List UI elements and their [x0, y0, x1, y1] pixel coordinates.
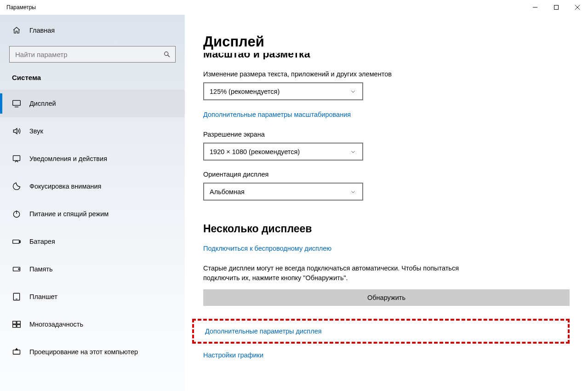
minimize-button[interactable] — [525, 0, 546, 15]
resolution-dropdown[interactable]: 1920 × 1080 (рекомендуется) — [203, 143, 363, 161]
storage-icon — [12, 264, 21, 274]
sidebar-item-label: Фокусировка внимания — [29, 183, 101, 190]
sidebar-item-battery[interactable]: Батарея — [0, 228, 185, 255]
section-multi-heading: Несколько дисплеев — [203, 223, 570, 235]
power-icon — [12, 209, 21, 218]
orientation-value: Альбомная — [210, 188, 245, 196]
svg-rect-12 — [20, 241, 21, 242]
sidebar-item-storage[interactable]: Память — [0, 255, 185, 283]
search-icon — [163, 51, 171, 58]
graphics-link[interactable]: Настройки графики — [203, 351, 263, 359]
wireless-display-link[interactable]: Подключиться к беспроводному дисплею — [203, 245, 331, 252]
sidebar-item-multitask[interactable]: Многозадачность — [0, 310, 185, 338]
sidebar-item-label: Многозадачность — [29, 321, 83, 328]
sidebar-item-focus[interactable]: Фокусировка внимания — [0, 172, 185, 200]
sidebar-item-label: Память — [29, 265, 53, 273]
battery-icon — [12, 237, 21, 246]
svg-point-4 — [165, 52, 168, 56]
sidebar-item-tablet[interactable]: Планшет — [0, 283, 185, 310]
tablet-icon — [12, 292, 21, 301]
svg-rect-19 — [13, 325, 17, 328]
svg-rect-1 — [554, 6, 559, 10]
focus-icon — [12, 182, 21, 191]
sound-icon — [12, 126, 21, 136]
category-header: Система — [0, 74, 185, 90]
svg-rect-20 — [17, 325, 21, 328]
section-scale-heading: Масштаб и разметка — [203, 53, 570, 59]
svg-rect-18 — [17, 321, 21, 324]
home-icon — [12, 26, 21, 35]
search-field[interactable] — [15, 51, 163, 58]
multitask-icon — [12, 320, 21, 329]
window-title: Параметры — [0, 0, 36, 15]
search-input[interactable] — [9, 46, 176, 63]
adv-scale-link[interactable]: Дополнительные параметры масштабирования — [203, 111, 351, 118]
titlebar: Параметры — [0, 0, 588, 15]
detect-text: Старые дисплеи могут не всегда подключат… — [203, 264, 461, 283]
project-icon — [12, 347, 21, 356]
sidebar-item-label: Дисплей — [29, 100, 56, 107]
sidebar-item-label: Батарея — [29, 238, 55, 245]
page-title: Дисплей — [203, 33, 570, 50]
svg-line-5 — [168, 55, 170, 57]
maximize-button[interactable] — [546, 0, 567, 15]
sidebar-item-display[interactable]: Дисплей — [0, 90, 185, 117]
sidebar-item-label: Планшет — [29, 293, 57, 300]
adv-display-link[interactable]: Дополнительные параметры дисплея — [205, 328, 322, 335]
home-link[interactable]: Главная — [0, 23, 185, 38]
svg-rect-17 — [13, 321, 17, 324]
resolution-value: 1920 × 1080 (рекомендуется) — [210, 148, 300, 155]
svg-rect-8 — [13, 155, 20, 161]
orientation-dropdown[interactable]: Альбомная — [203, 183, 363, 201]
sidebar: Главная Система Дисплей — [0, 15, 185, 391]
sidebar-item-label: Уведомления и действия — [29, 155, 107, 162]
chevron-down-icon — [349, 88, 357, 95]
notifications-icon — [12, 154, 21, 163]
sidebar-item-power[interactable]: Питание и спящий режим — [0, 200, 185, 228]
scale-label: Изменение размера текста, приложений и д… — [203, 70, 570, 78]
orientation-label: Ориентация дисплея — [203, 171, 570, 178]
home-label: Главная — [29, 27, 55, 34]
sidebar-item-label: Звук — [29, 127, 43, 135]
close-button[interactable] — [567, 0, 588, 15]
svg-rect-11 — [13, 240, 19, 244]
content-area: Дисплей Масштаб и разметка Изменение раз… — [185, 15, 588, 391]
scale-dropdown[interactable]: 125% (рекомендуется) — [203, 82, 363, 100]
svg-point-14 — [18, 269, 19, 270]
sidebar-item-sound[interactable]: Звук — [0, 117, 185, 145]
scale-value: 125% (рекомендуется) — [210, 88, 280, 95]
nav-list: Дисплей Звук Уведомления и действия — [0, 90, 185, 366]
display-icon — [12, 99, 21, 108]
sidebar-item-label: Питание и спящий режим — [29, 210, 108, 218]
detect-button[interactable]: Обнаружить — [203, 289, 570, 306]
sidebar-item-label: Проецирование на этот компьютер — [29, 348, 138, 356]
chevron-down-icon — [349, 188, 357, 196]
svg-rect-21 — [13, 350, 20, 354]
sidebar-item-notifications[interactable]: Уведомления и действия — [0, 145, 185, 172]
sidebar-item-project[interactable]: Проецирование на этот компьютер — [0, 338, 185, 366]
chevron-down-icon — [349, 148, 357, 155]
highlight-annotation: Дополнительные параметры дисплея — [192, 319, 570, 344]
svg-rect-6 — [13, 100, 21, 105]
resolution-label: Разрешение экрана — [203, 131, 570, 138]
